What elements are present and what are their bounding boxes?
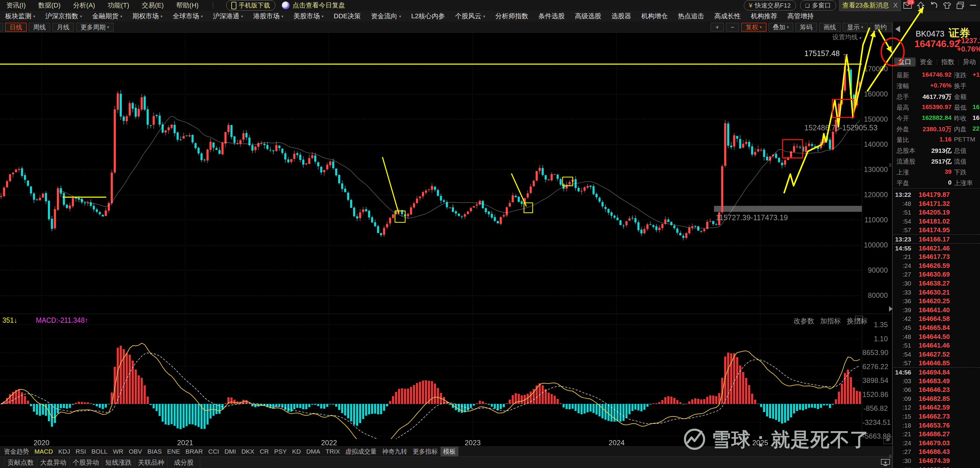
home-up-icon[interactable] [916,1,925,10]
windows-icon[interactable] [956,1,965,10]
chevron-down-icon: ▾ [859,36,862,40]
collapse-panel-icon[interactable] [895,26,900,32]
bottom-tab-大盘异动[interactable]: 大盘异动 [37,457,70,468]
fast-forward-icon[interactable]: ≫ [883,436,892,444]
indicator-tab-PSY[interactable]: PSY [271,447,290,456]
indicator-tab-ENE[interactable]: ENE [164,447,183,456]
nav-item-19[interactable]: 机构推荐 [746,12,782,21]
indicator-tab-资金趋势[interactable]: 资金趋势 [1,446,32,457]
tick-row: :27164686.43 [894,447,980,456]
panel-tab-盘口[interactable]: 盘口 [894,58,915,67]
close-icon[interactable]: X [893,2,898,9]
indicator-tab-DKX[interactable]: DKX [239,447,257,456]
nav-item-11[interactable]: 个股风云▾ [450,12,490,21]
nav-item-13[interactable]: 条件选股 [533,12,570,21]
indicator-tab-神奇九转[interactable]: 神奇九转 [379,446,410,457]
daily-review-link[interactable]: 点击查看今日复盘 [282,1,345,10]
indicator-tab-DMI[interactable]: DMI [222,447,239,456]
tool-button-复权[interactable]: 复权▾ [741,23,766,32]
nav-item-8[interactable]: DDE决策 [329,12,366,21]
nav-item-17[interactable]: 热点追击 [673,12,709,21]
indicator-tab-BIAS[interactable]: BIAS [145,447,165,456]
panel-tab-资金[interactable]: 资金 [916,58,937,67]
nav-item-0[interactable]: 板块监测▾ [0,12,40,21]
phone-download-button[interactable]: 手机版下载 [226,0,275,11]
minimize-icon[interactable] [969,1,978,10]
menu-item-4[interactable]: 交易(E) [135,0,170,11]
indicator-tab-TRIX[interactable]: TRIX [323,447,343,456]
nav-item-14[interactable]: 高级选股 [570,12,606,21]
panel-divider[interactable] [892,22,893,468]
macd-action-改参数[interactable]: 改参数 [794,317,814,325]
indicator-tab-模板[interactable]: 模板 [441,446,458,457]
bottom-tab-贡献点数[interactable]: 贡献点数 [5,457,37,468]
candlestick-macd-canvas[interactable] [0,0,980,468]
skin-icon[interactable] [943,1,951,10]
nav-item-5[interactable]: 沪深港通▾ [208,12,248,21]
divider-drag-handle[interactable]: ⠿ [889,454,892,459]
indicator-tab-CCI[interactable]: CCI [205,447,222,456]
bottom-tab-成分股[interactable]: 成分股 [167,457,200,468]
indicator-tab-MACD[interactable]: MACD [32,447,56,456]
screenshot-monitor-icon[interactable] [881,459,890,467]
nav-item-15[interactable]: 选股器 [606,12,636,21]
menu-item-1[interactable]: 数据(D) [32,0,67,11]
menu-item-0[interactable]: 资讯(I) [0,0,32,11]
clipped-period-button[interactable] [0,23,3,32]
nav-item-1[interactable]: 沪深京指数▾ [40,12,88,21]
nav-item-2[interactable]: 金融期货▾ [87,12,127,21]
ma-settings-button[interactable]: 设置均线 ▾ [832,33,861,42]
expand-right-icon[interactable] [889,306,892,311]
bottom-tab-关联品种[interactable]: 关联品种 [135,457,167,468]
nav-item-16[interactable]: 机构增仓 [636,12,673,21]
period-button-0[interactable]: 日线 [5,23,27,32]
nav-item-3[interactable]: 期权市场▾ [127,12,168,21]
indicator-tab-CR[interactable]: CR [257,447,271,456]
period-button-2[interactable]: 月线 [52,23,74,32]
nav-item-20[interactable]: 高管增持 [782,12,819,21]
indicator-tab-更多指标[interactable]: 更多指标 [410,446,441,457]
indicator-tab-RSI[interactable]: RSI [73,447,89,456]
nav-item-12[interactable]: 分析师指数 [490,12,533,21]
panel-tab-指数[interactable]: 指数 [937,58,958,67]
period-button-1[interactable]: 周线 [29,23,50,32]
nav-item-6[interactable]: 港股市场▾ [248,12,288,21]
new-messages-toast[interactable]: 查看23条新消息X [839,0,901,11]
nav-item-18[interactable]: 高成长性 [709,12,746,21]
macd-action-加指标[interactable]: 加指标 [820,317,841,325]
indicator-tab-虚拟成交量[interactable]: 虚拟成交量 [343,446,379,457]
bottom-tab-个股异动[interactable]: 个股异动 [70,457,102,468]
mail-icon[interactable]: 23 [903,1,912,10]
tool-button-筹码[interactable]: 筹码 [795,23,817,32]
menu-item-5[interactable]: 帮助(H) [170,0,205,11]
indicator-tab-BOLL[interactable]: BOLL [89,447,110,456]
more-periods-button[interactable]: 更多周期▾ [76,23,114,32]
nav-item-9[interactable]: 资金流向▾ [366,12,406,21]
divider-drag-handle[interactable]: ⠿ [889,163,892,168]
tool-button-叠加[interactable]: 叠加▾ [768,23,794,32]
undo-icon[interactable] [929,1,939,10]
tool-button-显示[interactable]: 显示▾ [843,23,868,32]
indicator-tab-OBV[interactable]: OBV [126,447,145,456]
quick-trade-button[interactable]: ¥快速交易F12 [744,0,796,11]
zoom-in-button[interactable]: + [711,23,724,32]
nav-item-4[interactable]: 全球市场▾ [167,12,208,21]
menu-item-3[interactable]: 功能(T) [102,0,135,11]
nav-item-10[interactable]: L2核心内参 [406,12,450,21]
xueqiu-watermark: 雪球：就是死不了 [683,426,870,453]
indicator-tab-KDJ[interactable]: KDJ [56,447,73,456]
tool-button-画线[interactable]: 画线 [819,23,840,32]
close-indicator-icon[interactable]: ✕ [855,316,863,324]
indicator-tab-WR[interactable]: WR [110,447,126,456]
nav-item-7[interactable]: 美股市场▾ [288,12,329,21]
tool-button-简约[interactable]: 简约 [870,23,891,32]
multi-window-button[interactable]: ❏多窗口 [800,0,836,11]
indicator-tab-DMA[interactable]: DMA [304,447,323,456]
zoom-out-button[interactable]: − [726,23,739,32]
trading-app-window: 资讯(I)数据(D)分析(A)功能(T)交易(E)帮助(H)手机版下载点击查看今… [0,0,980,468]
menu-item-2[interactable]: 分析(A) [67,0,101,11]
panel-tab-异动[interactable]: 异动 [959,58,980,67]
indicator-tab-KD[interactable]: KD [290,447,304,456]
indicator-tab-BRAR[interactable]: BRAR [183,447,205,456]
bottom-tab-短线涨跌[interactable]: 短线涨跌 [102,457,135,468]
